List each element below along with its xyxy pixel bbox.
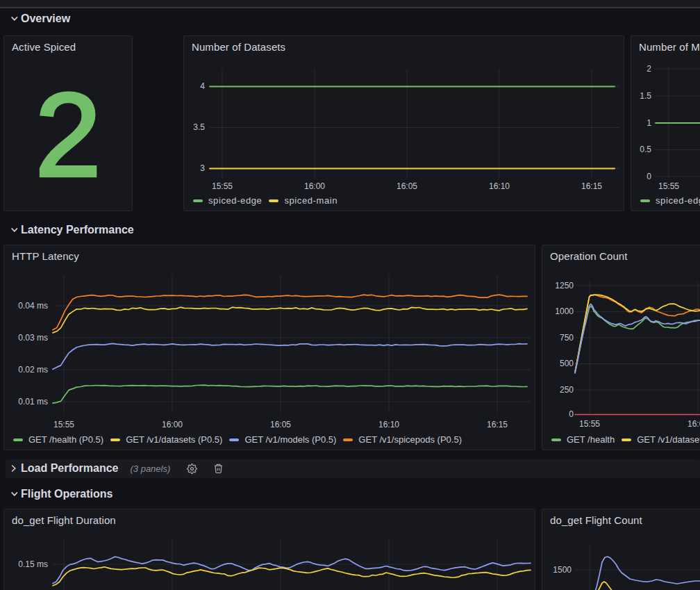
svg-text:0.01 ms: 0.01 ms (18, 397, 48, 407)
svg-text:0.5: 0.5 (640, 145, 651, 154)
svg-text:15:55: 15:55 (658, 181, 679, 191)
svg-text:16:10: 16:10 (489, 181, 510, 191)
svg-text:500: 500 (560, 359, 574, 368)
svg-text:0.15 ms: 0.15 ms (18, 559, 48, 569)
svg-text:0: 0 (569, 409, 574, 419)
svg-text:16:15: 16:15 (581, 181, 602, 191)
svg-text:15:55: 15:55 (579, 419, 600, 429)
svg-text:3: 3 (200, 163, 205, 173)
svg-text:0.02 ms: 0.02 ms (18, 365, 48, 375)
svg-text:16:00: 16:00 (304, 181, 325, 191)
svg-text:1000: 1000 (555, 306, 574, 316)
svg-text:1250: 1250 (555, 281, 574, 290)
svg-text:15:55: 15:55 (53, 420, 74, 429)
svg-text:2: 2 (647, 64, 651, 74)
svg-text:0: 0 (647, 172, 651, 181)
svg-text:750: 750 (560, 333, 574, 343)
svg-text:4: 4 (200, 81, 205, 91)
svg-text:16:10: 16:10 (378, 420, 399, 429)
svg-text:1500: 1500 (553, 565, 572, 575)
svg-text:16:00: 16:00 (688, 419, 700, 429)
svg-text:3.5: 3.5 (193, 122, 205, 132)
svg-text:15:55: 15:55 (212, 181, 233, 191)
svg-text:0.04 ms: 0.04 ms (18, 301, 48, 311)
svg-text:16:05: 16:05 (270, 420, 291, 429)
svg-text:1: 1 (647, 118, 651, 128)
svg-text:0.03 ms: 0.03 ms (18, 333, 48, 343)
svg-text:16:15: 16:15 (487, 420, 508, 429)
svg-text:1.5: 1.5 (640, 91, 651, 101)
svg-text:16:00: 16:00 (162, 420, 183, 429)
svg-text:250: 250 (560, 385, 574, 395)
svg-text:16:05: 16:05 (397, 181, 417, 191)
